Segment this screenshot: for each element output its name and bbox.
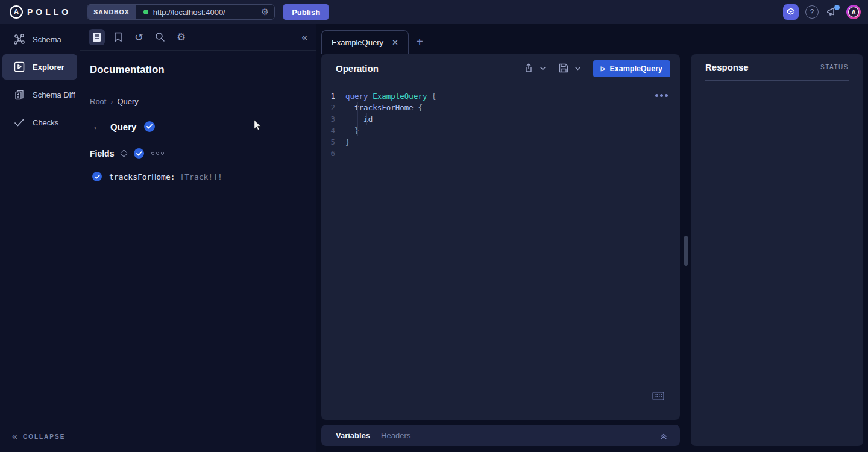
panel-collapse-button[interactable]: «: [302, 31, 307, 43]
line-number: 4: [321, 125, 345, 136]
double-chevron-left-icon: «: [12, 432, 17, 441]
sandbox-mode-button[interactable]: [783, 4, 799, 20]
code-line[interactable]: 5}: [321, 136, 680, 148]
line-number: 1: [321, 90, 345, 102]
new-tab-button[interactable]: +: [412, 34, 427, 49]
apollo-logo-word: POLLO: [27, 7, 71, 17]
documentation-toolbar: ↺ ⚙ «: [80, 24, 316, 51]
sidebar-item-schema[interactable]: Schema: [2, 27, 77, 52]
notification-dot: [834, 5, 840, 10]
operation-title: Operation: [336, 63, 379, 74]
help-button[interactable]: ?: [805, 5, 819, 19]
operation-header: Operation: [321, 54, 680, 83]
schema-diff-icon: [13, 89, 25, 101]
tab-close-icon[interactable]: ✕: [392, 38, 398, 47]
tab-variables[interactable]: Variables: [336, 431, 370, 440]
code-line[interactable]: 1query ExampleQuery {: [321, 90, 680, 102]
field-list-item[interactable]: tracksForHome: [Track!]!: [92, 172, 306, 181]
endpoint-settings-icon[interactable]: ⚙: [256, 7, 274, 17]
editor-options-icon[interactable]: [655, 94, 668, 97]
breadcrumb-root[interactable]: Root: [90, 97, 106, 106]
apollo-logo: A POLLO: [10, 5, 71, 19]
saved-operations-button[interactable]: [110, 29, 126, 45]
keyboard-shortcuts-icon[interactable]: [652, 392, 664, 400]
sidebar-item-label: Schema Diff: [33, 90, 75, 99]
indent-guide: [357, 102, 358, 136]
line-number: 3: [321, 113, 345, 125]
apollo-logo-icon: A: [10, 5, 23, 19]
endpoint-group: SANDBOX http://localhost:4000/ ⚙: [87, 4, 275, 20]
history-clock-icon: ↺: [134, 31, 143, 44]
line-number: 2: [321, 102, 345, 113]
fields-header-row: Fields: [90, 148, 306, 159]
field-name: tracksForHome:: [109, 172, 175, 181]
line-number: 5: [321, 136, 345, 148]
breadcrumb: Root › Query: [90, 97, 306, 106]
save-icon[interactable]: [558, 63, 570, 75]
panel-resize-handle[interactable]: [684, 236, 688, 266]
breadcrumb-separator: ›: [110, 98, 113, 106]
sidebar-item-label: Explorer: [33, 63, 64, 72]
explorer-play-icon: [13, 61, 25, 73]
topbar: A POLLO SANDBOX http://localhost:4000/ ⚙…: [0, 0, 868, 24]
tab-label: ExampleQuery: [332, 38, 383, 47]
code-line[interactable]: 6: [321, 148, 680, 159]
response-header: Response STATUS: [705, 54, 849, 81]
sandbox-cube-icon: [785, 7, 796, 17]
indent-guide: [366, 113, 367, 125]
type-header-row: ← Query: [92, 121, 306, 133]
share-icon[interactable]: [523, 63, 535, 75]
sidebar-item-checks[interactable]: Checks: [2, 110, 77, 135]
connection-status-dot: [143, 10, 148, 14]
field-selected-check-icon[interactable]: [92, 172, 102, 181]
explorer-settings-button[interactable]: ⚙: [173, 29, 189, 45]
tab-headers[interactable]: Headers: [381, 431, 410, 440]
documentation-title: Documentation: [90, 64, 306, 86]
query-editor[interactable]: 1query ExampleQuery {2 tracksForHome {3 …: [321, 83, 680, 409]
sidebar-item-label: Schema: [33, 35, 61, 44]
variables-headers-bar: Variables Headers: [321, 425, 680, 446]
code-lines: 1query ExampleQuery {2 tracksForHome {3 …: [321, 90, 680, 159]
response-status-label: STATUS: [820, 64, 849, 71]
share-dropdown-chevron-icon[interactable]: [539, 65, 547, 72]
sidebar-collapse-button[interactable]: « COLLAPSE: [12, 432, 65, 441]
code-line[interactable]: 4 }: [321, 125, 680, 136]
main-area: ExampleQuery ✕ + Operation: [316, 24, 868, 452]
line-number: 6: [321, 148, 345, 159]
fields-options-icon[interactable]: [151, 152, 164, 155]
publish-button[interactable]: Publish: [283, 4, 329, 20]
code-line[interactable]: 2 tracksForHome {: [321, 102, 680, 113]
user-avatar[interactable]: A: [846, 5, 861, 19]
fields-label: Fields: [90, 149, 114, 159]
code-line[interactable]: 3 id: [321, 113, 680, 125]
expand-diamond-icon[interactable]: [121, 149, 128, 157]
breadcrumb-current: Query: [117, 97, 138, 106]
schema-graph-icon: [13, 33, 25, 45]
documentation-tab-button[interactable]: [89, 29, 105, 45]
bookmark-icon: [114, 32, 122, 42]
response-panel: Response STATUS: [691, 54, 863, 446]
announcements-button[interactable]: [825, 5, 840, 19]
gear-icon: ⚙: [177, 31, 186, 43]
history-button[interactable]: ↺: [131, 29, 147, 45]
run-query-button[interactable]: ▷ ExampleQuery: [593, 60, 670, 77]
double-chevron-left-icon: «: [302, 31, 307, 43]
endpoint-url-input[interactable]: http://localhost:4000/: [153, 8, 256, 17]
field-type: [Track!]!: [175, 172, 222, 181]
run-button-label: ExampleQuery: [609, 64, 662, 73]
back-arrow-icon[interactable]: ←: [92, 121, 102, 133]
select-all-fields-check-icon[interactable]: [134, 148, 144, 159]
operation-panel: Operation: [321, 54, 680, 420]
documentation-panel: ↺ ⚙ « Documentation Root › Query ← Query…: [80, 24, 316, 452]
tab-example-query[interactable]: ExampleQuery ✕: [321, 30, 409, 54]
search-button[interactable]: [152, 29, 168, 45]
run-triangle-icon: ▷: [601, 65, 606, 72]
sidebar-item-schema-diff[interactable]: Schema Diff: [2, 82, 77, 107]
document-icon: [92, 32, 101, 42]
type-selected-check-icon[interactable]: [144, 121, 155, 132]
sidebar-item-explorer[interactable]: Explorer: [2, 54, 77, 80]
type-name: Query: [110, 122, 136, 132]
save-dropdown-chevron-icon[interactable]: [574, 65, 582, 72]
expand-panel-icon[interactable]: [659, 432, 668, 440]
search-icon: [155, 32, 165, 42]
